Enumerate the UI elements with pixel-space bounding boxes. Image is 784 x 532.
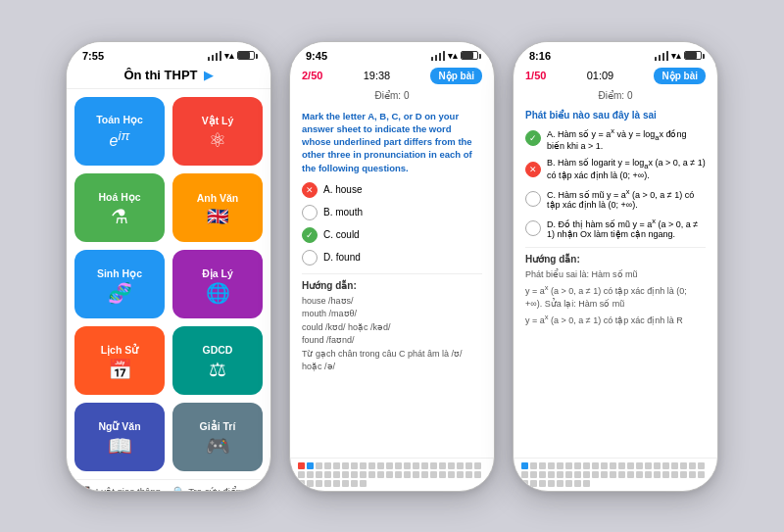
progress-dot-3-36[interactable] <box>654 471 661 478</box>
subject-toan[interactable]: Toán Học eiπ <box>74 97 165 166</box>
option-B-3[interactable]: ✕ B. Hàm số logarit y = logax (a > 0, a … <box>525 158 706 180</box>
progress-dot-3-2[interactable] <box>539 462 546 469</box>
progress-dot-2-46[interactable] <box>333 480 340 487</box>
progress-dot-2-41[interactable] <box>474 471 481 478</box>
progress-dot-3-35[interactable] <box>645 471 652 478</box>
option-A-3[interactable]: ✓ A. Hàm số y = ax và y = logax đồng biế… <box>525 126 706 152</box>
progress-dot-3-10[interactable] <box>610 462 616 469</box>
option-B-2[interactable]: B. mouth <box>302 205 482 220</box>
footer-luat[interactable]: 🚦 Luật giao thông <box>81 486 161 492</box>
progress-dot-3-33[interactable] <box>627 471 634 478</box>
progress-dot-2-35[interactable] <box>421 471 428 478</box>
progress-dot-2-0[interactable] <box>298 462 305 469</box>
progress-dot-2-7[interactable] <box>360 462 367 469</box>
progress-dot-2-25[interactable] <box>333 471 340 478</box>
progress-dot-3-22[interactable] <box>530 471 537 478</box>
progress-dot-2-6[interactable] <box>351 462 358 469</box>
subject-lich[interactable]: Lịch Sử 📅 <box>74 326 165 395</box>
progress-dot-2-10[interactable] <box>386 462 393 469</box>
progress-dot-2-20[interactable] <box>474 462 481 469</box>
progress-dot-2-47[interactable] <box>342 480 349 487</box>
subject-dia[interactable]: Địa Lý 🌐 <box>172 250 263 318</box>
progress-dot-3-20[interactable] <box>698 462 705 469</box>
progress-dot-3-0[interactable] <box>521 462 528 469</box>
progress-dot-3-6[interactable] <box>574 462 581 469</box>
subject-sinh[interactable]: Sinh Học 🧬 <box>74 250 165 318</box>
subject-hoa[interactable]: Hoá Học ⚗ <box>74 173 165 242</box>
progress-dot-3-31[interactable] <box>610 471 616 478</box>
progress-dot-3-45[interactable] <box>548 480 555 487</box>
progress-dot-2-26[interactable] <box>342 471 349 478</box>
progress-dot-3-46[interactable] <box>557 480 564 487</box>
progress-dot-3-30[interactable] <box>601 471 608 478</box>
progress-dot-3-41[interactable] <box>698 471 705 478</box>
progress-dot-3-4[interactable] <box>557 462 564 469</box>
progress-dot-3-12[interactable] <box>627 462 634 469</box>
progress-dot-2-45[interactable] <box>324 480 331 487</box>
progress-dot-2-22[interactable] <box>307 471 314 478</box>
progress-dot-2-40[interactable] <box>466 471 472 478</box>
progress-dot-3-7[interactable] <box>583 462 590 469</box>
progress-dot-2-23[interactable] <box>316 471 322 478</box>
progress-dot-3-5[interactable] <box>565 462 572 469</box>
progress-dot-3-1[interactable] <box>530 462 537 469</box>
progress-dot-3-49[interactable] <box>583 480 590 487</box>
submit-btn-3[interactable]: Nộp bài <box>654 68 706 84</box>
progress-dot-3-18[interactable] <box>680 462 687 469</box>
progress-dot-2-49[interactable] <box>360 480 367 487</box>
progress-dot-2-27[interactable] <box>351 471 358 478</box>
progress-dot-3-38[interactable] <box>671 471 678 478</box>
progress-dot-2-38[interactable] <box>448 471 455 478</box>
progress-dot-3-14[interactable] <box>645 462 652 469</box>
progress-dot-2-39[interactable] <box>457 471 464 478</box>
progress-dot-2-14[interactable] <box>421 462 428 469</box>
progress-dot-3-47[interactable] <box>565 480 572 487</box>
progress-dot-2-16[interactable] <box>439 462 446 469</box>
progress-dot-3-19[interactable] <box>689 462 696 469</box>
progress-dot-2-5[interactable] <box>342 462 349 469</box>
progress-dot-3-23[interactable] <box>539 471 546 478</box>
progress-dot-3-28[interactable] <box>583 471 590 478</box>
progress-dot-2-13[interactable] <box>413 462 419 469</box>
progress-dot-2-1[interactable] <box>307 462 314 469</box>
progress-dot-2-30[interactable] <box>377 471 384 478</box>
progress-dot-2-33[interactable] <box>404 471 411 478</box>
option-A-2[interactable]: ✕ A. house <box>302 182 482 198</box>
progress-dot-2-12[interactable] <box>404 462 411 469</box>
progress-dot-3-42[interactable] <box>521 480 528 487</box>
progress-dot-3-24[interactable] <box>548 471 555 478</box>
progress-dot-2-44[interactable] <box>316 480 322 487</box>
progress-dot-2-37[interactable] <box>439 471 446 478</box>
progress-dot-3-29[interactable] <box>592 471 599 478</box>
progress-dot-3-13[interactable] <box>636 462 643 469</box>
progress-dot-3-3[interactable] <box>548 462 555 469</box>
subject-anh[interactable]: Anh Văn 🇬🇧 <box>172 173 263 242</box>
progress-dot-2-11[interactable] <box>395 462 402 469</box>
option-D-3[interactable]: D. Đồ thị hàm số mũ y = ax (a > 0, a ≠ 1… <box>525 217 706 239</box>
progress-dot-2-9[interactable] <box>377 462 384 469</box>
progress-dot-2-15[interactable] <box>430 462 437 469</box>
progress-dot-2-3[interactable] <box>324 462 331 469</box>
progress-dot-2-34[interactable] <box>413 471 419 478</box>
progress-dot-3-26[interactable] <box>565 471 572 478</box>
progress-dot-2-8[interactable] <box>368 462 375 469</box>
progress-dot-2-48[interactable] <box>351 480 358 487</box>
progress-dot-2-17[interactable] <box>448 462 455 469</box>
progress-dot-2-36[interactable] <box>430 471 437 478</box>
subject-vly[interactable]: Vật Lý ⚛ <box>172 97 263 166</box>
option-C-3[interactable]: C. Hàm số mũ y = ax (a > 0, a ≠ 1) có tậ… <box>525 187 706 210</box>
progress-dot-3-44[interactable] <box>539 480 546 487</box>
subject-ngu[interactable]: Ngữ Văn 📖 <box>74 403 165 471</box>
progress-dot-3-32[interactable] <box>618 471 625 478</box>
progress-dot-3-27[interactable] <box>574 471 581 478</box>
progress-dot-3-43[interactable] <box>530 480 537 487</box>
progress-dot-3-17[interactable] <box>671 462 678 469</box>
progress-dot-2-32[interactable] <box>395 471 402 478</box>
progress-dot-2-18[interactable] <box>457 462 464 469</box>
progress-dot-2-4[interactable] <box>333 462 340 469</box>
progress-dot-2-43[interactable] <box>307 480 314 487</box>
option-C-2[interactable]: ✓ C. could <box>302 227 482 243</box>
progress-dot-3-40[interactable] <box>689 471 696 478</box>
progress-dot-2-19[interactable] <box>466 462 472 469</box>
progress-dot-2-31[interactable] <box>386 471 393 478</box>
